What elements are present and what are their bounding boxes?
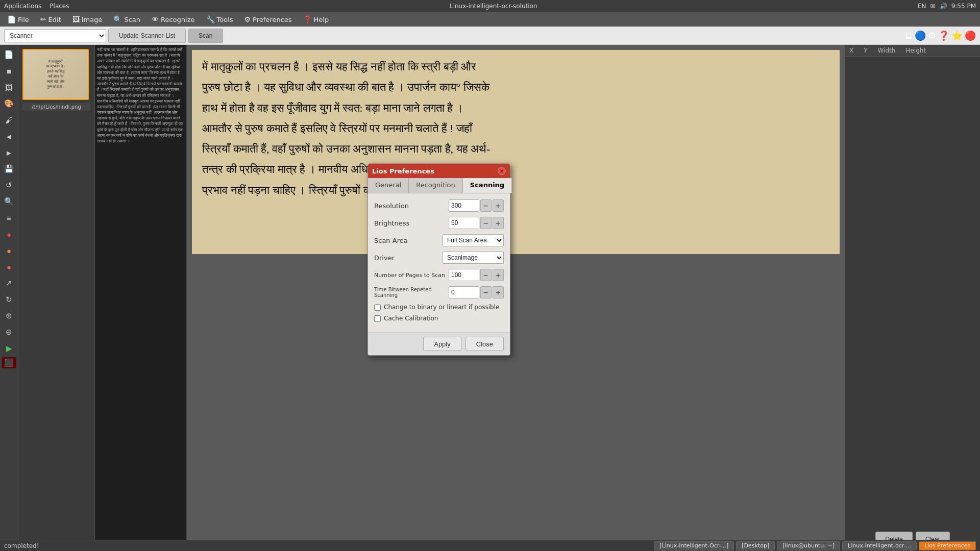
resolution-minus[interactable]: − bbox=[480, 199, 492, 212]
red3-btn[interactable]: ● bbox=[2, 259, 17, 274]
update-scanner-btn[interactable]: Update-Scanner-List bbox=[108, 29, 186, 43]
checkbox2-row: Cache Calibration bbox=[374, 315, 504, 322]
system-bar-left: Applications Places bbox=[4, 3, 69, 10]
tab-general[interactable]: General bbox=[368, 178, 409, 193]
brightness-input[interactable] bbox=[449, 217, 479, 229]
redo-btn[interactable]: ↻ bbox=[2, 292, 17, 307]
play-btn[interactable]: ▶ bbox=[2, 341, 17, 356]
export-btn[interactable]: ↗ bbox=[2, 276, 17, 291]
scanner-select[interactable]: Scanner bbox=[4, 29, 106, 42]
system-bar-right: EN ✉ 🔊 9:55 PM bbox=[918, 3, 976, 10]
taskbar-lios-ocr[interactable]: [Linux-Intelligent-Ocr-...] bbox=[654, 541, 734, 550]
red1-btn[interactable]: ● bbox=[2, 227, 17, 242]
binary-label: Change to binary or lineart if possible bbox=[384, 304, 499, 311]
scan-btn[interactable]: Scan bbox=[188, 29, 223, 43]
red2-btn[interactable]: ● bbox=[2, 243, 17, 258]
right-info-panel: X Y Width Height Delete Clear bbox=[845, 45, 980, 551]
close-button[interactable]: Close bbox=[465, 337, 504, 351]
config-icon[interactable]: ⚙ bbox=[928, 30, 936, 41]
email-icon[interactable]: ✉ bbox=[930, 3, 936, 10]
binary-checkbox[interactable] bbox=[374, 304, 381, 311]
settings-btn[interactable]: ≡ bbox=[2, 210, 17, 226]
tab-scanning[interactable]: Scanning bbox=[463, 178, 512, 193]
y-label: Y bbox=[864, 47, 867, 54]
menu-scan[interactable]: 🔍 Scan bbox=[108, 14, 145, 24]
places-menu[interactable]: Places bbox=[50, 3, 69, 10]
time-between-minus[interactable]: − bbox=[480, 286, 492, 298]
cache-label: Cache Calibration bbox=[384, 315, 438, 322]
rotate-btn[interactable]: ↺ bbox=[2, 178, 17, 193]
preferences-menu-icon: ⚙ bbox=[244, 15, 251, 23]
document-view[interactable]: में मातृकुलों का प्रचलन है । इससे यह सिद… bbox=[187, 45, 845, 551]
image-btn[interactable]: 🖼 bbox=[2, 80, 17, 95]
num-pages-minus[interactable]: − bbox=[480, 269, 492, 281]
save-btn[interactable]: 💾 bbox=[2, 161, 17, 177]
zoom-in2-btn[interactable]: ⊕ bbox=[2, 308, 17, 323]
brightness-minus[interactable]: − bbox=[480, 217, 492, 229]
text-preview-panel: नहीं माना जा सकती है ।इतिहासकार जानते है… bbox=[95, 45, 187, 551]
zoom-in-btn[interactable]: 🔍 bbox=[2, 194, 17, 209]
apply-button[interactable]: Apply bbox=[423, 337, 461, 351]
time-between-control: − + bbox=[449, 286, 504, 298]
hindi-line-7: प्रभाव नहीं पड़ना चाहिए । स्त्रियाँ पुरु… bbox=[202, 181, 829, 199]
num-pages-control: − + bbox=[449, 269, 504, 281]
dark-mode-btn[interactable]: ■ bbox=[2, 63, 17, 79]
tab-recognition[interactable]: Recognition bbox=[409, 178, 463, 193]
menu-preferences[interactable]: ⚙ Preferences bbox=[239, 14, 297, 24]
resolution-plus[interactable]: + bbox=[493, 199, 504, 212]
brightness-control: − + bbox=[449, 217, 504, 229]
menu-edit[interactable]: ✏️ Edit bbox=[35, 14, 66, 24]
paint-btn[interactable]: 🖌 bbox=[2, 112, 17, 128]
cache-checkbox[interactable] bbox=[374, 315, 381, 322]
toolbar: Scanner Update-Scanner-List Scan 🖥 🔵 ⚙ ❓… bbox=[0, 27, 980, 45]
taskbar-prefs[interactable]: Lios Preferences bbox=[919, 541, 976, 550]
menu-tools[interactable]: 🔧 Tools bbox=[201, 14, 238, 24]
num-pages-plus[interactable]: + bbox=[493, 269, 504, 281]
scanner-icon[interactable]: 🔵 bbox=[915, 30, 926, 41]
keyboard-indicator[interactable]: EN bbox=[918, 3, 926, 10]
prefs-close-btn[interactable]: ✕ bbox=[498, 167, 506, 175]
brightness-label: Brightness bbox=[374, 219, 415, 227]
power-icon[interactable]: 🔴 bbox=[965, 30, 976, 41]
menu-image[interactable]: 🖼 Image bbox=[67, 14, 108, 24]
taskbar-linux-ocr[interactable]: Linux-intelligent-ocr-... bbox=[842, 541, 917, 550]
stop-btn[interactable]: ⬛ bbox=[2, 357, 16, 368]
applications-menu[interactable]: Applications bbox=[4, 3, 41, 10]
right-body bbox=[845, 57, 980, 528]
monitor-icon[interactable]: 🖥 bbox=[903, 30, 913, 41]
thumbnail-image[interactable]: में मातृकुलोंका प्रचलन है।इससे यह सिद्धन… bbox=[22, 49, 89, 100]
status-message: completed! bbox=[4, 542, 39, 549]
new-doc-btn[interactable]: 📄 bbox=[2, 47, 17, 62]
prefs-titlebar: Lios Preferences ✕ bbox=[368, 164, 510, 178]
menu-recognize[interactable]: 👁 Recognize bbox=[146, 14, 200, 24]
help-toolbar-icon[interactable]: ❓ bbox=[938, 30, 949, 41]
volume-icon[interactable]: 🔊 bbox=[940, 3, 947, 10]
taskbar-terminal[interactable]: [linux@ubuntu: ~] bbox=[777, 541, 840, 550]
help-icon: ❓ bbox=[303, 15, 312, 23]
file-icon: 📄 bbox=[7, 15, 16, 23]
next-btn[interactable]: ► bbox=[2, 145, 17, 160]
menu-help[interactable]: ❓ Help bbox=[298, 14, 334, 24]
scan-area-select[interactable]: Full Scan Area Custom bbox=[443, 234, 504, 246]
scan-menu-icon: 🔍 bbox=[113, 15, 122, 23]
taskbar-desktop[interactable]: [Desktop] bbox=[736, 541, 775, 550]
color-btn[interactable]: 🎨 bbox=[2, 96, 17, 111]
scan-area-row: Scan Area Full Scan Area Custom bbox=[374, 234, 504, 246]
resolution-input[interactable] bbox=[449, 199, 479, 212]
driver-label: Driver bbox=[374, 254, 415, 262]
prev-btn[interactable]: ◄ bbox=[2, 129, 17, 144]
star-icon[interactable]: ⭐ bbox=[951, 30, 963, 41]
time-between-plus[interactable]: + bbox=[493, 286, 504, 298]
num-pages-input[interactable] bbox=[449, 269, 479, 281]
zoom-out-btn[interactable]: ⊖ bbox=[2, 324, 17, 340]
time-between-label: Time Bitween Repeted Scanning bbox=[374, 287, 449, 298]
time-between-input[interactable] bbox=[449, 286, 479, 298]
thumbnail-content: में मातृकुलोंका प्रचलन है।इससे यह सिद्धन… bbox=[44, 58, 67, 92]
recognize-icon: 👁 bbox=[152, 15, 159, 23]
brightness-plus[interactable]: + bbox=[493, 217, 504, 229]
taskbar: [Linux-Intelligent-Ocr-...] [Desktop] [l… bbox=[654, 541, 976, 550]
prefs-footer: Apply Close bbox=[368, 332, 510, 355]
menu-bar: 📄 File ✏️ Edit 🖼 Image 🔍 Scan 👁 Recogniz… bbox=[0, 12, 980, 27]
menu-file[interactable]: 📄 File bbox=[2, 14, 34, 24]
driver-select[interactable]: Scanimage SANE bbox=[443, 252, 504, 264]
